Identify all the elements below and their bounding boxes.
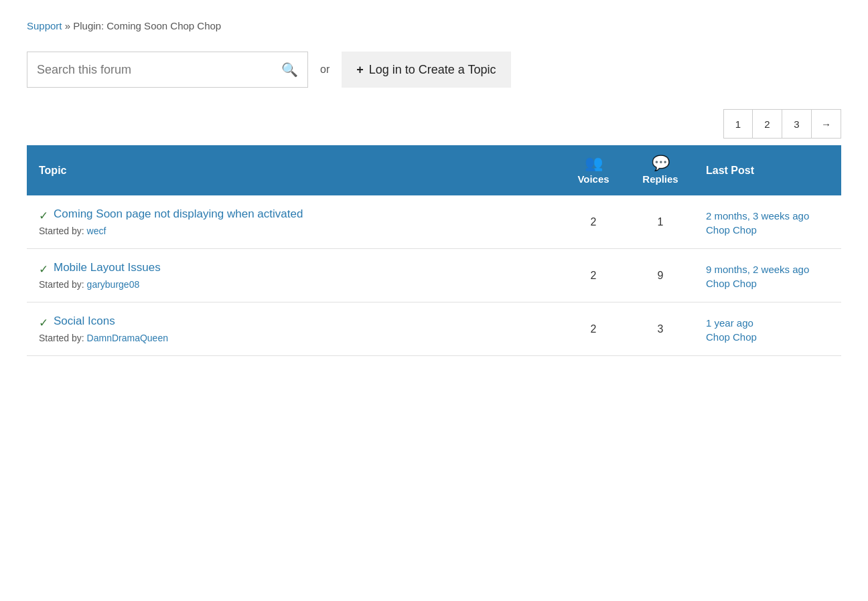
search-input-wrapper: 🔍 (27, 52, 308, 88)
voices-value-1: 2 (560, 249, 627, 303)
breadcrumb-separator: » (65, 20, 70, 31)
lastpost-time-link[interactable]: 1 year ago (706, 317, 829, 329)
topic-cell-1: ✓ Mobile Layout Issues Started by: garyb… (27, 249, 560, 303)
search-icon[interactable]: 🔍 (281, 62, 298, 78)
lastpost-author-link[interactable]: Chop Chop (706, 331, 757, 343)
or-text: or (320, 64, 330, 76)
pagination-and-table: 1 2 3 → Topic 👥 Voices (27, 109, 841, 356)
replies-value-2: 3 (627, 303, 694, 356)
resolved-checkmark: ✓ (39, 262, 48, 276)
breadcrumb-current: Plugin: Coming Soon Chop Chop (73, 20, 221, 31)
author-link[interactable]: garyburge08 (87, 279, 140, 290)
started-by: Started by: wecf (39, 226, 548, 236)
author-link[interactable]: DamnDramaQueen (87, 333, 168, 343)
table-row: ✓ Social Icons Started by: DamnDramaQuee… (27, 303, 841, 356)
replies-value-1: 9 (627, 249, 694, 303)
lastpost-cell-0: 2 months, 3 weeks ago Chop Chop (694, 195, 841, 249)
author-link[interactable]: wecf (87, 226, 106, 236)
col-header-topic: Topic (27, 145, 560, 195)
replies-label: Replies (642, 173, 678, 185)
lastpost-time-link[interactable]: 9 months, 2 weeks ago (706, 264, 829, 275)
lastpost-author-link[interactable]: Chop Chop (706, 278, 757, 289)
search-bar-row: 🔍 or + Log in to Create a Topic (27, 52, 841, 88)
topic-title-link[interactable]: Coming Soon page not displaying when act… (54, 207, 303, 221)
topic-title-link[interactable]: Social Icons (54, 315, 115, 328)
lastpost-time-link[interactable]: 2 months, 3 weeks ago (706, 210, 829, 222)
replies-value-0: 1 (627, 195, 694, 249)
col-header-replies: 💬 Replies (627, 145, 694, 195)
page-button-next[interactable]: → (812, 109, 841, 139)
voices-icon: 👥 (585, 156, 603, 171)
page-button-3[interactable]: 3 (782, 109, 812, 139)
forum-table: Topic 👥 Voices 💬 Replies (27, 145, 841, 356)
col-header-voices: 👥 Voices (560, 145, 627, 195)
login-create-label: Log in to Create a Topic (369, 63, 496, 77)
page-button-1[interactable]: 1 (723, 109, 753, 139)
topic-title-link[interactable]: Mobile Layout Issues (54, 261, 161, 274)
pagination-row: 1 2 3 → (27, 109, 841, 139)
table-row: ✓ Mobile Layout Issues Started by: garyb… (27, 249, 841, 303)
voices-value-2: 2 (560, 303, 627, 356)
topic-cell-2: ✓ Social Icons Started by: DamnDramaQuee… (27, 303, 560, 356)
breadcrumb-support-link[interactable]: Support (27, 20, 62, 31)
table-wrapper: Topic 👥 Voices 💬 Replies (27, 145, 841, 356)
started-by: Started by: garyburge08 (39, 279, 548, 290)
resolved-checkmark: ✓ (39, 316, 48, 330)
col-header-lastpost: Last Post (694, 145, 841, 195)
plus-icon: + (356, 63, 364, 77)
page-button-2[interactable]: 2 (753, 109, 782, 139)
table-row: ✓ Coming Soon page not displaying when a… (27, 195, 841, 249)
search-input[interactable] (37, 63, 281, 77)
replies-icon: 💬 (652, 156, 670, 171)
resolved-checkmark: ✓ (39, 209, 48, 223)
topic-cell-0: ✓ Coming Soon page not displaying when a… (27, 195, 560, 249)
voices-label: Voices (577, 173, 609, 185)
voices-value-0: 2 (560, 195, 627, 249)
login-create-button[interactable]: + Log in to Create a Topic (342, 52, 510, 88)
breadcrumb: Support » Plugin: Coming Soon Chop Chop (27, 20, 841, 31)
lastpost-author-link[interactable]: Chop Chop (706, 224, 757, 236)
started-by: Started by: DamnDramaQueen (39, 333, 548, 343)
lastpost-cell-2: 1 year ago Chop Chop (694, 303, 841, 356)
lastpost-cell-1: 9 months, 2 weeks ago Chop Chop (694, 249, 841, 303)
